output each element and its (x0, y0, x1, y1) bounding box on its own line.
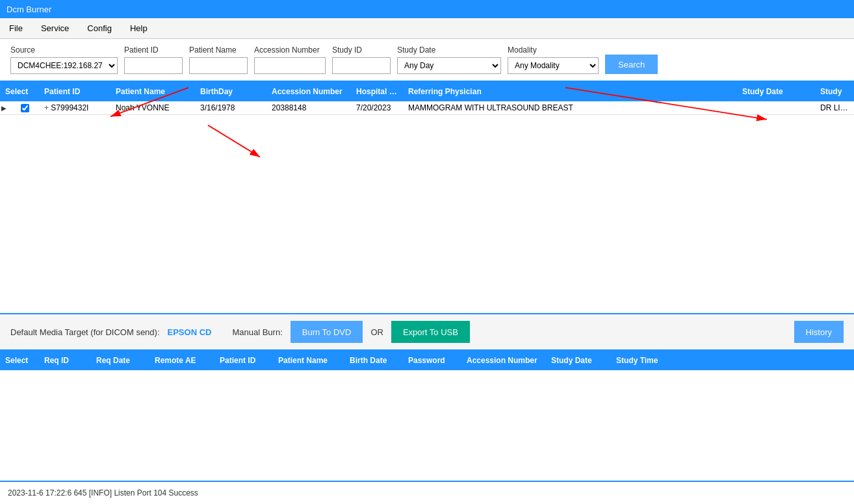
status-bar: 2023-11-6 17:22:6 645 [INFO] Listen Port… (0, 481, 854, 504)
td-patient-id: + S7999432I (39, 101, 110, 114)
study-date-select[interactable]: Any DayTodayYesterdayLast 7 DaysLast 30 … (397, 57, 501, 74)
td-patient-name: Noah YVONNE (110, 101, 195, 114)
td-study: DR LI W (815, 101, 854, 114)
top-table-body: ▶ + S7999432I Noah YVONNE 3/16/1978 2038… (0, 101, 854, 313)
row-checkbox-cell (10, 102, 39, 114)
b-th-patient-id: Patient ID (214, 353, 273, 368)
th-birthday: BirthDay (195, 84, 266, 99)
td-hospital: 7/20/2023 (351, 101, 403, 114)
bottom-table-area: Select Req ID Req Date Remote AE Patient… (0, 351, 854, 481)
menu-config[interactable]: Config (83, 22, 116, 34)
th-study-date: Study Date (737, 84, 815, 99)
study-id-input[interactable] (332, 57, 391, 74)
expand-icon: + (44, 103, 49, 112)
accession-input[interactable] (254, 57, 326, 74)
source-label: Source (10, 45, 118, 55)
b-th-remote-ae: Remote AE (149, 353, 214, 368)
td-birthday: 3/16/1978 (195, 101, 266, 114)
menu-file[interactable]: File (5, 22, 27, 34)
search-fields: Source DCM4CHEE:192.168.27 Patient ID Pa… (10, 45, 844, 74)
b-th-patient-name: Patient Name (273, 353, 344, 368)
b-th-study-time: Study Time (611, 353, 854, 368)
source-field-group: Source DCM4CHEE:192.168.27 (10, 45, 118, 74)
b-th-birth-date: Birth Date (344, 353, 403, 368)
main-content: Source DCM4CHEE:192.168.27 Patient ID Pa… (0, 39, 854, 481)
b-th-req-date: Req Date (91, 353, 149, 368)
study-id-label: Study ID (332, 45, 391, 55)
row-expand-icon: ▶ (0, 103, 10, 114)
td-study-date (737, 106, 815, 110)
status-message: 2023-11-6 17:22:6 645 [INFO] Listen Port… (8, 488, 198, 498)
th-patient-id: Patient ID (39, 84, 110, 99)
menu-bar: File Service Config Help (0, 18, 854, 39)
patient-id-input[interactable] (124, 57, 183, 74)
menu-service[interactable]: Service (37, 22, 73, 34)
search-panel: Source DCM4CHEE:192.168.27 Patient ID Pa… (0, 39, 854, 82)
or-label: OR (370, 327, 383, 337)
patient-name-label: Patient Name (189, 45, 248, 55)
modality-select[interactable]: Any ModalityCRCTMRUSDXMG (508, 57, 599, 74)
burn-dvd-button[interactable]: Burn To DVD (291, 321, 363, 343)
bottom-table-body (0, 370, 854, 481)
td-accession: 20388148 (266, 101, 351, 114)
th-select: Select (0, 84, 39, 99)
patient-name-input[interactable] (189, 57, 248, 74)
middle-section: Default Media Target (for DICOM send): E… (0, 313, 854, 351)
source-select[interactable]: DCM4CHEE:192.168.27 (10, 57, 118, 74)
modality-field-group: Modality Any ModalityCRCTMRUSDXMG (508, 45, 599, 74)
patient-id-label: Patient ID (124, 45, 183, 55)
patient-name-field-group: Patient Name (189, 45, 248, 74)
search-button[interactable]: Search (605, 55, 658, 74)
th-patient-name: Patient Name (110, 84, 195, 99)
b-th-accession: Accession Number (461, 353, 546, 368)
history-button[interactable]: History (794, 321, 844, 343)
th-referring: Referring Physician (403, 84, 737, 99)
td-referring: MAMMOGRAM WITH ULTRASOUND BREAST (403, 101, 737, 114)
study-date-label: Study Date (397, 45, 501, 55)
b-th-study-date: Study Date (546, 353, 611, 368)
top-table-header: Select Patient ID Patient Name BirthDay … (0, 82, 854, 101)
accession-label: Accession Number (254, 45, 326, 55)
study-date-field-group: Study Date Any DayTodayYesterdayLast 7 D… (397, 45, 501, 74)
modality-label: Modality (508, 45, 599, 55)
b-th-password: Password (403, 353, 461, 368)
menu-help[interactable]: Help (126, 22, 151, 34)
top-table-area: Select Patient ID Patient Name BirthDay … (0, 82, 854, 313)
th-accession: Accession Number (266, 84, 351, 99)
b-th-req-id: Req ID (39, 353, 91, 368)
accession-field-group: Accession Number (254, 45, 326, 74)
export-usb-button[interactable]: Export To USB (391, 321, 470, 343)
b-th-select: Select (0, 353, 39, 368)
th-study: Study (815, 84, 854, 99)
patient-id-field-group: Patient ID (124, 45, 183, 74)
th-hospital: Hospital Name (351, 84, 403, 99)
title-bar: Dcm Burner (0, 0, 854, 18)
study-id-field-group: Study ID (332, 45, 391, 74)
epson-cd-value: EPSON CD (168, 327, 212, 337)
bottom-table-header: Select Req ID Req Date Remote AE Patient… (0, 351, 854, 370)
top-section: Source DCM4CHEE:192.168.27 Patient ID Pa… (0, 39, 854, 313)
app-title: Dcm Burner (6, 5, 51, 14)
table-row[interactable]: ▶ + S7999432I Noah YVONNE 3/16/1978 2038… (0, 101, 854, 115)
default-media-label: Default Media Target (for DICOM send): (10, 327, 160, 337)
manual-burn-label: Manual Burn: (232, 327, 282, 337)
row-select-checkbox[interactable] (21, 104, 29, 112)
